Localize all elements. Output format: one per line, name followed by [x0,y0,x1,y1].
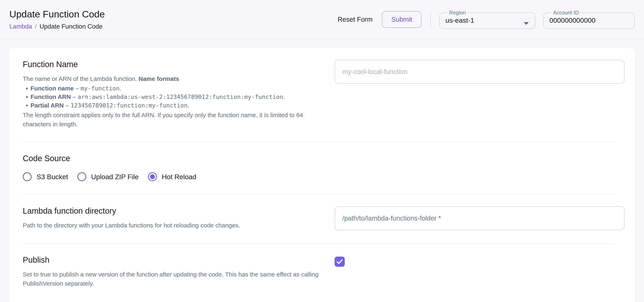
page-body: Function Name The name or ARN of the Lam… [0,39,644,302]
section-function-directory: Lambda function directory Path to the di… [23,194,614,243]
reset-form-button[interactable]: Reset Form [332,11,378,27]
account-id-label: Account ID [551,10,581,15]
function-name-description: The name or ARN of the Lambda function. … [23,74,327,129]
radio-option-upload-zip[interactable]: Upload ZIP File [77,172,139,181]
section-code-source: Code Source S3 Bucket Upload ZIP File Ho… [23,142,614,194]
list-item: Function ARN – arn:aws:lambda:us-west-2:… [23,93,327,101]
radio-unchecked-icon [77,172,86,181]
directory-description: Path to the directory with your Lambda f… [23,221,327,230]
header-actions: Reset Form Submit Region us-east-1 Accou… [332,10,635,29]
breadcrumb-current: Update Function Code [40,23,102,30]
dropdown-arrow-icon [524,22,529,25]
section-function-name: Function Name The name or ARN of the Lam… [23,48,614,142]
region-label: Region [447,10,468,15]
list-item: Partial ARN – 123456789012:function:my-f… [23,101,327,110]
radio-checked-icon [148,172,157,181]
region-value: us-east-1 [446,16,474,24]
list-item: Function name – my-function. [23,84,327,93]
function-name-note: The length constraint applies only to th… [23,112,303,128]
radio-option-hot-reload[interactable]: Hot Reload [148,172,196,181]
name-format-list: Function name – my-function. Function AR… [23,84,327,110]
page-title: Update Function Code [9,8,105,20]
function-name-heading: Function Name [23,60,327,69]
form-card: Function Name The name or ARN of the Lam… [9,48,635,302]
submit-button[interactable]: Submit [382,11,422,28]
radio-option-s3-bucket[interactable]: S3 Bucket [23,172,68,181]
code-source-heading: Code Source [23,154,614,163]
header-vertical-divider [430,11,431,27]
function-name-input[interactable] [334,60,624,84]
page-header: Update Function Code Lambda / Update Fun… [0,0,644,39]
account-id-value: 000000000000 [550,16,596,24]
publish-checkbox[interactable] [334,257,345,267]
radio-unchecked-icon [23,172,32,181]
region-select[interactable]: Region us-east-1 [439,10,535,29]
publish-heading: Publish [23,255,327,265]
breadcrumb-lambda-link[interactable]: Lambda [9,23,32,30]
breadcrumb-separator: / [35,23,37,30]
section-publish: Publish Set to true to publish a new ver… [23,243,614,301]
account-id-field[interactable]: Account ID 000000000000 [543,10,635,29]
code-source-radio-group: S3 Bucket Upload ZIP File Hot Reload [23,172,614,181]
breadcrumb: Lambda / Update Function Code [9,23,105,30]
directory-input[interactable] [334,206,624,230]
title-block: Update Function Code Lambda / Update Fun… [9,8,105,30]
directory-heading: Lambda function directory [23,206,327,215]
publish-description: Set to true to publish a new version of … [23,270,327,288]
checkmark-icon [336,258,344,266]
